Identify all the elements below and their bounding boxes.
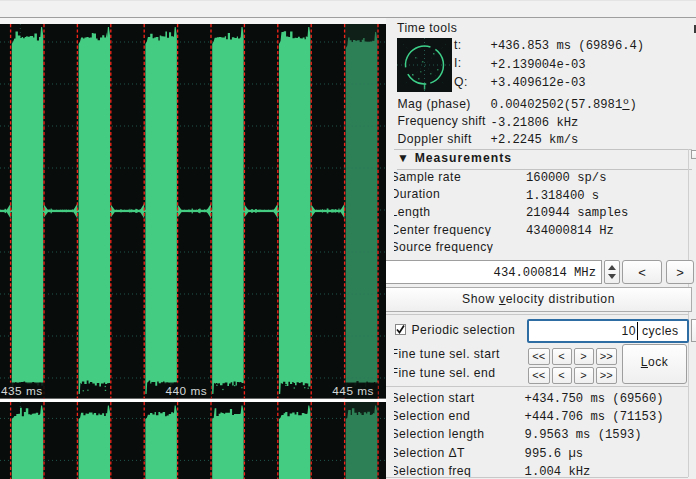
svg-text:440 ms: 440 ms [166, 384, 208, 398]
svg-text:445 ms: 445 ms [332, 384, 374, 398]
svg-text:435 ms: 435 ms [1, 384, 43, 398]
